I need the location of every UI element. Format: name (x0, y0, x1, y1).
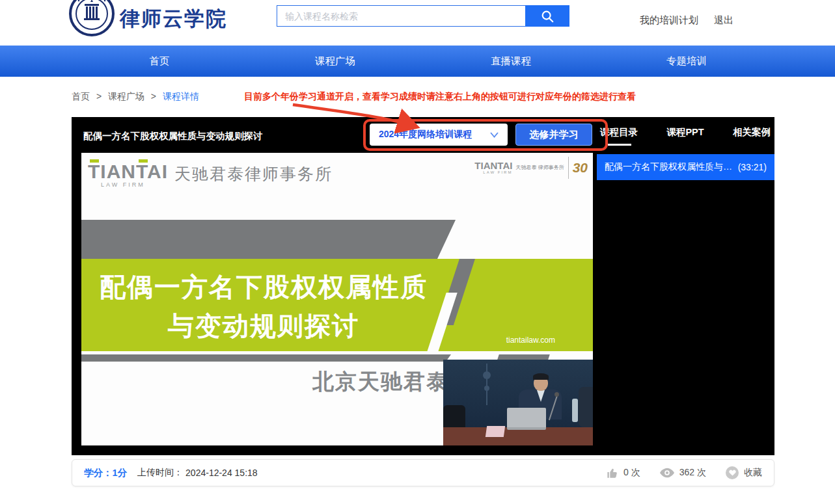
nav-item-course-plaza[interactable]: 课程广场 (247, 46, 423, 77)
my-training-plan-link[interactable]: 我的培训计划 (640, 14, 698, 27)
like-button[interactable]: 0 次 (606, 467, 640, 479)
credit-label: 学分： (84, 467, 113, 479)
heart-icon (726, 466, 739, 479)
speaker-hair (533, 373, 549, 380)
chair (579, 387, 593, 427)
nav-inner: 首页 课程广场 直播课程 专题培训 (72, 46, 774, 77)
slide-title-line1: 配偶一方名下股权权属性质 (81, 269, 446, 305)
course-player-panel: 配偶一方名下股权权属性质与变动规则探讨 小窗口播放 2024年度网络培训课程 选… (72, 117, 774, 455)
search-input[interactable] (277, 5, 525, 27)
upload-time-label: 上传时间： (137, 467, 183, 479)
playlist-item-title: 配偶一方名下股权权属性质与变... (605, 161, 733, 173)
main-nav: 首页 课程广场 直播课程 专题培训 (0, 46, 835, 77)
site-title: 律师云学院 (120, 5, 227, 33)
skyline-tower-sphere (483, 371, 491, 379)
view-count-indicator: 362 次 (660, 467, 706, 479)
upload-time-value: 2024-12-24 15:18 (185, 468, 258, 478)
nav-item-live-courses[interactable]: 直播课程 (423, 46, 599, 77)
favorite-label: 收藏 (744, 467, 762, 479)
view-count: 362 次 (679, 467, 706, 479)
active-tab-underline (608, 144, 631, 146)
skyline-tower (486, 364, 487, 405)
search-button[interactable] (525, 5, 569, 27)
tab-course-ppt[interactable]: 课程PPT (666, 126, 704, 139)
logo-accent (139, 159, 148, 163)
year-dropdown[interactable]: 2024年度网络培训课程 (370, 124, 508, 146)
logout-link[interactable]: 退出 (714, 14, 733, 27)
nav-item-home[interactable]: 首页 (72, 46, 247, 77)
search-bar (277, 5, 569, 27)
slide-gray-band (81, 220, 456, 259)
page: 律师云学院 我的培训计划 退出 首页 课程广场 直播课程 专题培训 首页 > 课… (0, 0, 835, 504)
breadcrumb-course-plaza[interactable]: 课程广场 (108, 91, 144, 101)
firm-logo-mark: TIANTAI LAW FIRM (88, 159, 168, 188)
breadcrumb-course-detail: 课程详情 (163, 91, 199, 101)
firm-logo-mini-cn: 天驰君泰 律师事务所 (515, 165, 564, 171)
tab-course-catalog[interactable]: 课程目录 (600, 126, 638, 139)
credit-value: 1分 (113, 467, 128, 479)
skyline-tower-sphere (484, 386, 489, 391)
search-icon (540, 9, 554, 23)
year-dropdown-value: 2024年度网络培训课程 (379, 129, 472, 140)
breadcrumb-separator: > (96, 91, 102, 101)
firm-logo-cn: 天驰君泰律师事务所 (174, 163, 333, 185)
like-count: 0 次 (623, 467, 640, 479)
header: 律师云学院 我的培训计划 退出 (0, 0, 835, 46)
nav-item-special-training[interactable]: 专题培训 (599, 46, 774, 77)
chevron-down-icon (490, 132, 499, 138)
name-card (486, 426, 505, 437)
playlist-item-active[interactable]: 配偶一方名下股权权属性质与变... (33:21) (597, 154, 774, 180)
enroll-and-study-button[interactable]: 选修并学习 (515, 124, 592, 146)
course-stats: 0 次 362 次 收藏 (606, 466, 762, 479)
tab-related-cases[interactable]: 相关案例 (733, 126, 771, 139)
desk (443, 427, 593, 445)
breadcrumb-home[interactable]: 首页 (72, 91, 90, 101)
course-meta-bar: 学分： 1分 上传时间： 2024-12-24 15:18 0 次 362 次 (72, 459, 774, 486)
anniversary-30-emblem: 30 (573, 160, 588, 176)
firm-logo-mini: TIANTAI LAW FIRM 天驰君泰 律师事务所 30 (474, 157, 588, 179)
speaker-video-inset (443, 360, 593, 445)
playlist-item-duration: (33:21) (738, 162, 767, 172)
logo-divider (568, 157, 569, 179)
logo-accent (90, 159, 99, 163)
breadcrumb: 首页 > 课程广场 > 课程详情 (72, 91, 203, 103)
slide-green-band: 配偶一方名下股权权属性质 与变动规则探讨 tiantailaw.com (81, 259, 593, 351)
firm-logo-mini-en: TIANTAI LAW FIRM (474, 161, 512, 174)
year-filter-notice-text: 目前多个年份学习通道开启，查看学习成绩时请注意右上角的按钮可进行对应年份的筛选进… (244, 91, 636, 103)
firm-logo-lawfirm: LAW FIRM (88, 181, 168, 188)
firm-website-text: tiantailaw.com (506, 336, 555, 345)
bar-association-emblem-logo (69, 0, 115, 36)
eye-icon (660, 468, 674, 478)
breadcrumb-separator: > (151, 91, 156, 101)
firm-logo-en: TIANTAI (88, 162, 168, 181)
microphone-head (554, 392, 559, 397)
slide-thin-gray-band (81, 354, 451, 362)
sidebar-tabs: 课程目录 课程PPT 相关案例 (600, 126, 771, 139)
video-player-surface[interactable]: TIANTAI LAW FIRM 天驰君泰律师事务所 TIANTAI LAW F… (81, 153, 593, 445)
favorite-button[interactable]: 收藏 (726, 466, 762, 479)
popup-play-button-partial[interactable]: 小窗口播放 (527, 146, 605, 151)
water-bottle (572, 399, 578, 422)
thumbs-up-icon (606, 467, 618, 479)
laptop (507, 408, 546, 430)
firm-logo: TIANTAI LAW FIRM 天驰君泰律师事务所 (88, 159, 333, 188)
course-title: 配偶一方名下股权权属性质与变动规则探讨 (83, 130, 263, 142)
slide-title-line2: 与变动规则探讨 (81, 308, 446, 344)
